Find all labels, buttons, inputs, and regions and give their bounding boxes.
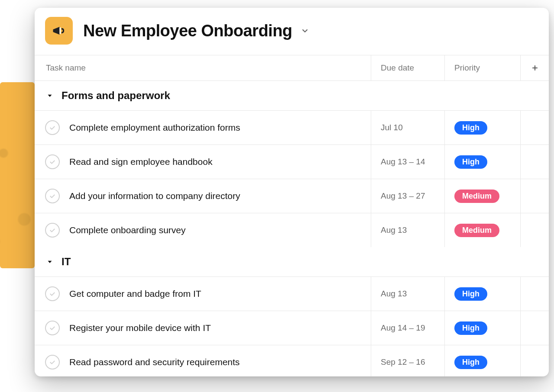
task-due-cell[interactable]: Aug 13 – 14 <box>371 145 445 179</box>
task-name-cell[interactable]: Get computer and badge from IT <box>35 277 371 311</box>
check-icon <box>49 192 56 200</box>
section-collapse-toggle[interactable] <box>46 92 54 100</box>
task-due-date: Aug 13 – 14 <box>381 157 425 167</box>
task-due-date: Aug 13 <box>381 289 407 299</box>
task-priority-cell[interactable]: Medium <box>445 213 521 247</box>
task-complete-toggle[interactable] <box>45 223 60 238</box>
check-icon <box>49 358 56 366</box>
task-complete-toggle[interactable] <box>45 286 60 301</box>
column-priority[interactable]: Priority <box>445 55 521 80</box>
task-name-cell[interactable]: Add your information to company director… <box>35 179 371 213</box>
task-due-cell[interactable]: Sep 12 – 16 <box>371 345 445 376</box>
task-extra-cell[interactable] <box>521 179 549 213</box>
task-due-cell[interactable]: Aug 14 – 19 <box>371 311 445 345</box>
task-name-cell[interactable]: Complete onboarding survey <box>35 213 371 247</box>
task-due-cell[interactable]: Aug 13 <box>371 213 445 247</box>
section-title: IT <box>62 256 71 268</box>
caret-down-icon <box>46 92 54 100</box>
task-due-cell[interactable]: Jul 10 <box>371 111 445 145</box>
task-extra-cell[interactable] <box>521 111 549 145</box>
task-name: Register your mobile device with IT <box>69 323 211 333</box>
task-name: Read and sign employee handbook <box>69 157 212 167</box>
task-row[interactable]: Complete employment authorization formsJ… <box>35 110 549 145</box>
section-header[interactable]: IT <box>35 247 549 276</box>
task-name: Add your information to company director… <box>69 191 240 201</box>
task-extra-cell[interactable] <box>521 213 549 247</box>
task-extra-cell[interactable] <box>521 145 549 179</box>
column-due-date[interactable]: Due date <box>371 55 445 80</box>
task-due-date: Jul 10 <box>381 123 403 132</box>
task-priority-cell[interactable]: High <box>445 145 521 179</box>
task-complete-toggle[interactable] <box>45 321 60 335</box>
check-icon <box>49 290 56 298</box>
chevron-down-icon <box>300 26 310 35</box>
task-complete-toggle[interactable] <box>45 120 60 135</box>
project-menu-chevron[interactable] <box>300 26 310 35</box>
section-collapse-toggle[interactable] <box>46 258 54 266</box>
sections-container: Forms and paperworkComplete employment a… <box>35 81 549 376</box>
caret-down-icon <box>46 258 54 266</box>
task-priority-cell[interactable]: High <box>445 345 521 376</box>
task-extra-cell[interactable] <box>521 311 549 345</box>
task-row[interactable]: Add your information to company director… <box>35 179 549 213</box>
task-name-cell[interactable]: Register your mobile device with IT <box>35 311 371 345</box>
task-name-cell[interactable]: Read password and security requirements <box>35 345 371 376</box>
column-task-name[interactable]: Task name <box>35 55 371 80</box>
task-priority-cell[interactable]: High <box>445 111 521 145</box>
project-icon-megaphone[interactable] <box>45 17 73 45</box>
task-name: Get computer and badge from IT <box>69 289 201 299</box>
section-header[interactable]: Forms and paperwork <box>35 81 549 110</box>
background-accent <box>0 82 35 268</box>
task-row[interactable]: Complete onboarding surveyAug 13Medium <box>35 213 549 247</box>
task-row[interactable]: Register your mobile device with ITAug 1… <box>35 311 549 345</box>
priority-pill[interactable]: Medium <box>454 224 499 237</box>
priority-pill[interactable]: Medium <box>454 190 499 203</box>
task-complete-toggle[interactable] <box>45 355 60 370</box>
task-row[interactable]: Read password and security requirementsS… <box>35 345 549 376</box>
priority-pill[interactable]: High <box>454 287 487 301</box>
task-due-date: Aug 13 <box>381 225 407 235</box>
priority-pill[interactable]: High <box>454 356 487 369</box>
task-row[interactable]: Read and sign employee handbookAug 13 – … <box>35 145 549 179</box>
project-header: New Employee Onboarding <box>35 8 549 55</box>
column-headers: Task name Due date Priority <box>35 55 549 81</box>
priority-pill[interactable]: High <box>454 121 487 135</box>
task-name-cell[interactable]: Read and sign employee handbook <box>35 145 371 179</box>
task-priority-cell[interactable]: High <box>445 277 521 311</box>
check-icon <box>49 226 56 234</box>
project-title[interactable]: New Employee Onboarding <box>83 22 292 40</box>
task-extra-cell[interactable] <box>521 345 549 376</box>
task-due-date: Aug 14 – 19 <box>381 323 425 333</box>
task-due-date: Sep 12 – 16 <box>381 357 425 367</box>
megaphone-icon <box>51 23 67 39</box>
task-complete-toggle[interactable] <box>45 189 60 203</box>
priority-pill[interactable]: High <box>454 155 487 169</box>
project-card: New Employee Onboarding Task name Due da… <box>35 8 549 376</box>
task-due-date: Aug 13 – 27 <box>381 191 425 201</box>
task-priority-cell[interactable]: High <box>445 311 521 345</box>
task-row[interactable]: Get computer and badge from ITAug 13High <box>35 276 549 311</box>
check-icon <box>49 324 56 332</box>
check-icon <box>49 158 56 166</box>
task-name: Complete employment authorization forms <box>69 122 240 133</box>
task-due-cell[interactable]: Aug 13 <box>371 277 445 311</box>
task-complete-toggle[interactable] <box>45 154 60 169</box>
task-name: Read password and security requirements <box>69 357 240 367</box>
task-due-cell[interactable]: Aug 13 – 27 <box>371 179 445 213</box>
section-title: Forms and paperwork <box>62 90 170 102</box>
check-icon <box>49 124 56 132</box>
plus-icon <box>531 64 539 72</box>
add-column-button[interactable] <box>521 55 549 80</box>
task-priority-cell[interactable]: Medium <box>445 179 521 213</box>
task-extra-cell[interactable] <box>521 277 549 311</box>
task-name-cell[interactable]: Complete employment authorization forms <box>35 111 371 145</box>
priority-pill[interactable]: High <box>454 321 487 335</box>
task-name: Complete onboarding survey <box>69 225 186 235</box>
